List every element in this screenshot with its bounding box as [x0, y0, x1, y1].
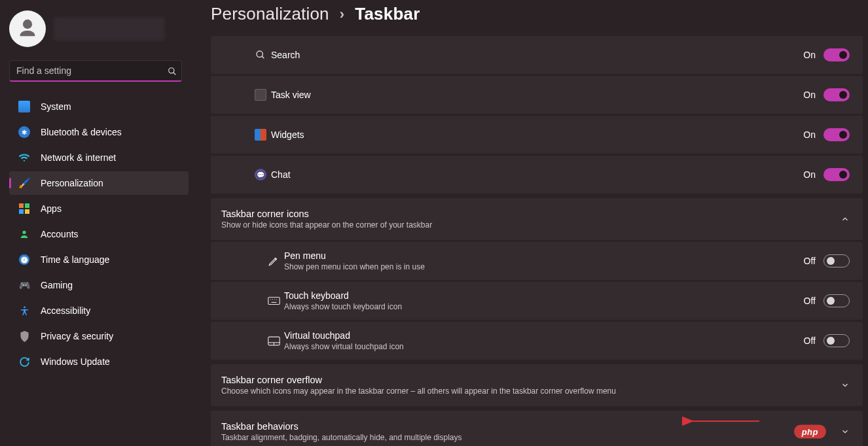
avatar: [9, 10, 46, 47]
section-title: Taskbar behaviors: [221, 421, 462, 432]
sidebar-item-accounts[interactable]: Accounts: [9, 222, 189, 246]
sidebar-item-label: Time & language: [41, 254, 109, 265]
svg-rect-2: [19, 203, 24, 208]
profile-section[interactable]: [3, 8, 189, 56]
toggle-state-label: On: [803, 50, 816, 60]
sidebar-item-gaming[interactable]: 🎮 Gaming: [9, 273, 189, 297]
sidebar-item-label: Privacy & security: [41, 331, 113, 341]
pen-icon: [266, 255, 281, 267]
shield-icon: [18, 330, 30, 342]
toggle-state-label: On: [803, 90, 816, 100]
toggle-state-label: On: [803, 129, 816, 140]
setting-row-pen-menu[interactable]: Pen menu Show pen menu icon when pen is …: [211, 242, 863, 280]
php-badge: php: [794, 425, 826, 439]
toggle-state-label: Off: [804, 256, 816, 266]
nav: System ✱ Bluetooth & devices Network & i…: [3, 95, 189, 373]
search-icon[interactable]: [168, 67, 177, 76]
setting-label: Chat: [271, 169, 291, 180]
setting-label: Virtual touchpad: [284, 330, 404, 341]
chevron-down-icon: [841, 381, 850, 390]
sidebar-item-system[interactable]: System: [9, 95, 189, 118]
toggle-touch-keyboard[interactable]: [823, 294, 850, 307]
breadcrumb: Personalization › Taskbar: [211, 4, 865, 24]
setting-row-touch-keyboard[interactable]: Touch keyboard Always show touch keyboar…: [211, 282, 863, 320]
setting-row-virtual-touchpad[interactable]: Virtual touchpad Always show virtual tou…: [211, 322, 863, 360]
sidebar-item-apps[interactable]: Apps: [9, 197, 189, 220]
sidebar-item-label: Network & internet: [41, 152, 116, 163]
setting-row-chat[interactable]: 💬 Chat On: [211, 156, 863, 194]
sidebar-item-time[interactable]: 🕘 Time & language: [9, 248, 189, 271]
setting-label: Pen menu: [284, 250, 425, 261]
profile-name-redacted: [54, 17, 165, 41]
breadcrumb-parent[interactable]: Personalization: [211, 4, 329, 24]
sidebar-item-label: System: [41, 101, 71, 112]
annotation-arrow: [682, 413, 761, 429]
section-taskbar-corner-overflow[interactable]: Taskbar corner overflow Choose which ico…: [211, 364, 863, 406]
clock-icon: 🕘: [18, 254, 30, 266]
wifi-icon: [18, 152, 30, 163]
chat-icon: 💬: [253, 169, 268, 180]
setting-label: Task view: [271, 90, 311, 100]
widgets-icon: [253, 129, 268, 141]
svg-rect-3: [25, 203, 29, 208]
section-desc: Choose which icons may appear in the tas…: [221, 386, 616, 396]
sidebar: System ✱ Bluetooth & devices Network & i…: [0, 0, 196, 446]
sidebar-item-privacy[interactable]: Privacy & security: [9, 324, 189, 348]
chevron-up-icon: [841, 214, 850, 224]
svg-rect-10: [268, 297, 279, 304]
paintbrush-icon: 🖌️: [18, 177, 30, 189]
toggle-chat[interactable]: [823, 168, 850, 181]
toggle-state-label: Off: [804, 335, 816, 346]
toggle-virtual-touchpad[interactable]: [823, 334, 850, 347]
sidebar-item-accessibility[interactable]: Accessibility: [9, 299, 189, 322]
sidebar-item-personalization[interactable]: 🖌️ Personalization: [9, 171, 189, 195]
section-title: Taskbar corner overflow: [221, 375, 616, 385]
chevron-down-icon: [841, 427, 850, 436]
keyboard-icon: [266, 296, 281, 305]
svg-line-9: [262, 56, 264, 58]
toggle-pen-menu[interactable]: [823, 254, 850, 267]
sidebar-item-label: Gaming: [41, 280, 73, 290]
task-view-icon: [253, 89, 268, 101]
section-taskbar-behaviors[interactable]: Taskbar behaviors Taskbar alignment, bad…: [211, 411, 863, 446]
sidebar-item-update[interactable]: Windows Update: [9, 350, 189, 373]
toggle-search[interactable]: [823, 48, 850, 61]
sidebar-item-network[interactable]: Network & internet: [9, 146, 189, 169]
section-desc: Show or hide icons that appear on the co…: [221, 220, 432, 230]
sidebar-item-bluetooth[interactable]: ✱ Bluetooth & devices: [9, 120, 189, 144]
chevron-right-icon: ›: [340, 6, 345, 23]
setting-desc: Always show virtual touchpad icon: [284, 342, 404, 351]
apps-icon: [18, 203, 30, 214]
sidebar-item-label: Apps: [41, 203, 62, 214]
gamepad-icon: 🎮: [18, 279, 30, 291]
section-taskbar-corner-icons[interactable]: Taskbar corner icons Show or hide icons …: [211, 198, 863, 240]
toggle-widgets[interactable]: [823, 128, 850, 141]
setting-label: Search: [271, 50, 300, 60]
system-icon: [18, 101, 30, 112]
accessibility-icon: [18, 305, 30, 317]
svg-rect-5: [25, 209, 29, 214]
section-title: Taskbar corner icons: [221, 209, 432, 219]
corner-icons-items: Pen menu Show pen menu icon when pen is …: [211, 242, 863, 360]
sidebar-item-label: Windows Update: [41, 356, 110, 367]
svg-point-7: [24, 306, 26, 308]
setting-row-search[interactable]: Search On: [211, 36, 863, 74]
taskbar-items-group: Search On Task view On Widgets On: [211, 36, 863, 194]
toggle-task-view[interactable]: [823, 88, 850, 101]
svg-point-8: [257, 51, 262, 57]
svg-point-6: [22, 231, 26, 234]
search-wrap: [9, 60, 182, 82]
setting-label: Touch keyboard: [284, 290, 402, 301]
update-icon: [18, 356, 30, 368]
setting-row-task-view[interactable]: Task view On: [211, 76, 863, 114]
breadcrumb-current: Taskbar: [355, 4, 420, 24]
svg-point-0: [169, 67, 174, 73]
sidebar-item-label: Personalization: [41, 178, 103, 188]
toggle-state-label: On: [803, 169, 816, 180]
setting-row-widgets[interactable]: Widgets On: [211, 116, 863, 154]
setting-desc: Always show touch keyboard icon: [284, 302, 402, 311]
bluetooth-icon: ✱: [18, 126, 30, 138]
search-input[interactable]: [9, 60, 182, 82]
setting-label: Widgets: [271, 129, 304, 140]
touchpad-icon: [266, 336, 281, 346]
